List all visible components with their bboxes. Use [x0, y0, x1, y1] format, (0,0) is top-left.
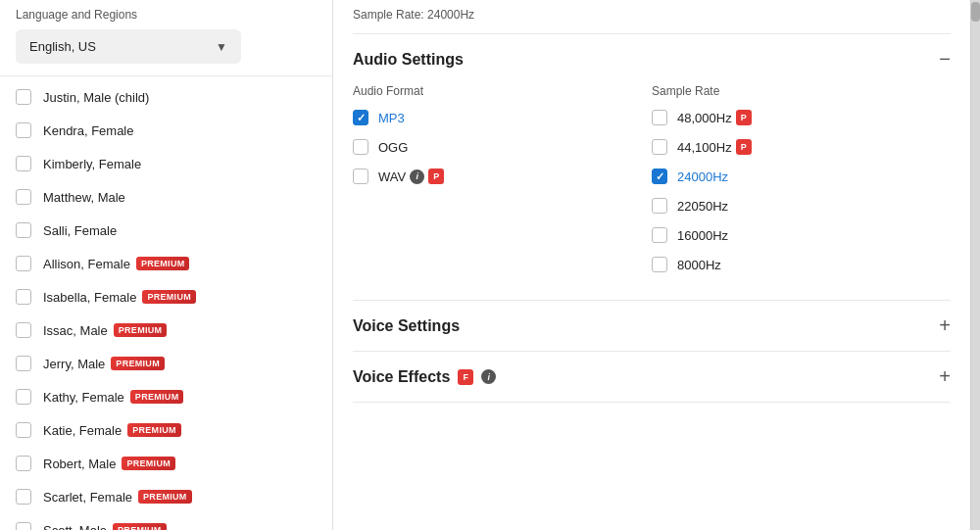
- rate-22050-radio[interactable]: [652, 198, 667, 214]
- voice-checkbox[interactable]: [16, 489, 31, 505]
- premium-badge: Premium: [122, 457, 175, 470]
- voice-name-label: Allison, Female: [43, 257, 130, 271]
- premium-badge: Premium: [127, 423, 181, 437]
- voice-effects-header-row: Voice Effects F i: [353, 368, 496, 386]
- format-ogg-checkbox[interactable]: [353, 139, 368, 155]
- rate-48000-label: 48,000Hz: [677, 111, 732, 125]
- premium-badge: Premium: [138, 490, 192, 504]
- voice-list-item[interactable]: Scott, MalePremium: [0, 513, 332, 530]
- rate-8000-radio[interactable]: [652, 257, 667, 272]
- voice-list-item[interactable]: Kimberly, Female: [0, 147, 332, 180]
- settings-grid: Audio Format MP3 OGG WAV i: [353, 84, 951, 286]
- rate-16000-radio[interactable]: [652, 227, 667, 243]
- rate-8000-label: 8000Hz: [677, 258, 721, 272]
- voice-name-label: Katie, Female: [43, 423, 122, 438]
- audio-settings-content: Audio Format MP3 OGG WAV i: [353, 71, 951, 286]
- language-section: Language and Regions English, US ▼: [0, 0, 332, 76]
- voice-list-item[interactable]: Katie, FemalePremium: [0, 413, 332, 447]
- voice-name-label: Scarlet, Female: [43, 490, 132, 505]
- audio-settings-toggle[interactable]: −: [939, 48, 951, 71]
- voice-checkbox[interactable]: [16, 89, 31, 105]
- language-select-dropdown[interactable]: English, US ▼: [16, 29, 241, 64]
- rate-24000-label: 24000Hz: [677, 169, 728, 184]
- rate-24000-radio[interactable]: [652, 169, 667, 184]
- rate-44100-radio[interactable]: [652, 139, 667, 155]
- premium-badge: Premium: [136, 257, 190, 270]
- voice-checkbox[interactable]: [16, 389, 31, 405]
- format-mp3-label: MP3: [378, 111, 405, 125]
- format-wav-item: WAV i P: [353, 169, 652, 184]
- voice-effects-section: Voice Effects F i +: [353, 352, 951, 403]
- voice-effects-header[interactable]: Voice Effects F i +: [353, 365, 951, 388]
- voice-checkbox[interactable]: [16, 289, 31, 305]
- premium-badge: Premium: [113, 523, 167, 530]
- voice-settings-toggle[interactable]: +: [939, 314, 951, 337]
- voice-name-label: Justin, Male (child): [43, 90, 149, 105]
- voice-name-label: Scott, Male: [43, 523, 107, 531]
- voice-list-item[interactable]: Jerry, MalePremium: [0, 347, 332, 380]
- voice-list-item[interactable]: Scarlet, FemalePremium: [0, 480, 332, 513]
- audio-format-header: Audio Format: [353, 84, 652, 98]
- format-mp3-item: MP3: [353, 110, 652, 125]
- voice-checkbox[interactable]: [16, 356, 31, 371]
- rate-22050-item: 22050Hz: [652, 198, 951, 214]
- voice-list-item[interactable]: Justin, Male (child): [0, 80, 332, 114]
- voice-name-label: Kimberly, Female: [43, 157, 141, 171]
- voice-checkbox[interactable]: [16, 156, 31, 171]
- rate-16000-label: 16000Hz: [677, 228, 728, 243]
- rate-22050-label: 22050Hz: [677, 199, 728, 214]
- voice-list-item[interactable]: Kathy, FemalePremium: [0, 380, 332, 413]
- voice-checkbox[interactable]: [16, 189, 31, 205]
- language-selected-value: English, US: [29, 39, 96, 54]
- wav-info-icon: i: [410, 169, 424, 184]
- voice-checkbox[interactable]: [16, 456, 31, 471]
- voice-name-label: Robert, Male: [43, 457, 116, 471]
- audio-settings-section: Audio Settings − Audio Format MP3 OGG: [353, 34, 951, 301]
- voice-name-label: Matthew, Male: [43, 190, 125, 205]
- voice-effects-f-badge: F: [458, 369, 473, 385]
- voice-checkbox[interactable]: [16, 222, 31, 238]
- premium-badge: Premium: [114, 323, 168, 337]
- voice-name-label: Salli, Female: [43, 223, 117, 238]
- left-panel: Language and Regions English, US ▼ Justi…: [0, 0, 333, 530]
- voice-list-item[interactable]: Matthew, Male: [0, 180, 332, 214]
- voice-list-item[interactable]: Issac, MalePremium: [0, 313, 332, 347]
- scrollbar[interactable]: [970, 0, 980, 530]
- voice-list: Justin, Male (child)Kendra, FemaleKimber…: [0, 76, 332, 530]
- rate-16000-item: 16000Hz: [652, 227, 951, 243]
- audio-settings-header[interactable]: Audio Settings −: [353, 48, 951, 71]
- format-wav-checkbox[interactable]: [353, 169, 368, 184]
- rate-48000-item: 48,000Hz P: [652, 110, 951, 125]
- voice-list-item[interactable]: Kendra, Female: [0, 114, 332, 147]
- audio-format-col: Audio Format MP3 OGG WAV i: [353, 84, 652, 286]
- rate-48000-radio[interactable]: [652, 110, 667, 125]
- voice-checkbox[interactable]: [16, 322, 31, 338]
- voice-list-item[interactable]: Robert, MalePremium: [0, 447, 332, 480]
- rate-44100-label: 44,100Hz: [677, 140, 732, 155]
- audio-settings-title: Audio Settings: [353, 51, 464, 69]
- voice-list-item[interactable]: Salli, Female: [0, 214, 332, 247]
- rate-8000-item: 8000Hz: [652, 257, 951, 272]
- format-mp3-checkbox[interactable]: [353, 110, 368, 125]
- voice-effects-toggle[interactable]: +: [939, 365, 951, 388]
- voice-list-item[interactable]: Allison, FemalePremium: [0, 247, 332, 280]
- voice-name-label: Isabella, Female: [43, 290, 136, 305]
- voice-list-item[interactable]: Isabella, FemalePremium: [0, 280, 332, 313]
- sample-rate-header: Sample Rate: 24000Hz: [353, 0, 951, 34]
- voice-checkbox[interactable]: [16, 256, 31, 271]
- voice-checkbox[interactable]: [16, 122, 31, 138]
- voice-effects-info-icon: i: [481, 369, 496, 384]
- premium-badge: Premium: [130, 390, 184, 404]
- format-ogg-label: OGG: [378, 140, 408, 155]
- chevron-down-icon: ▼: [216, 40, 227, 54]
- rate-24000-item: 24000Hz: [652, 169, 951, 184]
- voice-settings-section: Voice Settings +: [353, 301, 951, 352]
- premium-badge: Premium: [111, 357, 165, 370]
- voice-settings-header[interactable]: Voice Settings +: [353, 314, 951, 337]
- rate-44100-premium-icon: P: [736, 139, 752, 155]
- voice-settings-title: Voice Settings: [353, 317, 460, 335]
- voice-checkbox[interactable]: [16, 522, 31, 530]
- wav-premium-icon: P: [428, 169, 444, 184]
- scrollbar-thumb[interactable]: [971, 2, 980, 22]
- voice-checkbox[interactable]: [16, 422, 31, 438]
